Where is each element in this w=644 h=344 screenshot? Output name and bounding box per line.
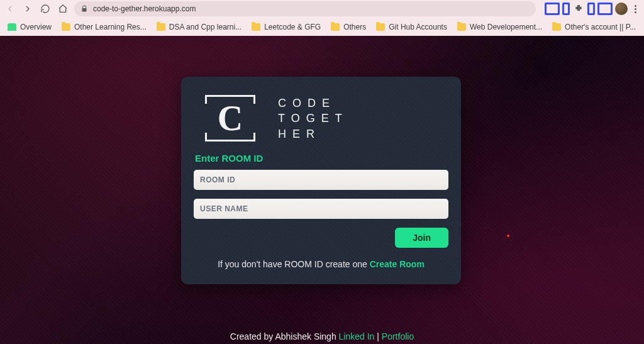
back-button[interactable] <box>4 3 16 15</box>
folder-icon <box>552 23 561 31</box>
logo-row: C CODE TOGET HER <box>194 96 448 141</box>
bookmark-others[interactable]: Others <box>327 21 370 33</box>
toolbar-right <box>545 3 640 15</box>
username-input[interactable] <box>194 199 448 219</box>
bookmarks-bar: Overview Other Learning Res... DSA and C… <box>0 18 644 36</box>
highlight-box-1 <box>545 3 560 15</box>
home-button[interactable] <box>57 3 69 15</box>
join-card: C CODE TOGET HER Enter ROOM ID Join If y… <box>181 77 461 284</box>
create-room-link[interactable]: Create Room <box>370 259 425 269</box>
footer-portfolio-link[interactable]: Portfolio <box>382 331 414 341</box>
folder-icon <box>157 23 165 31</box>
page-footer: Created by Abhishek Singh Linked In | Po… <box>0 331 644 341</box>
lock-icon <box>80 5 88 13</box>
browser-chrome: code-to-gether.herokuapp.com Overview Ot… <box>0 0 644 36</box>
bookmark-label: Git Hub Accounts <box>389 23 447 31</box>
android-icon <box>8 23 16 31</box>
logo-text: CODE TOGET HER <box>278 96 348 141</box>
bookmark-label: Others <box>343 23 366 31</box>
folder-icon <box>62 23 70 31</box>
logo-mark: C <box>205 96 255 140</box>
folder-icon <box>252 23 260 31</box>
room-id-input[interactable] <box>194 170 448 190</box>
join-button[interactable]: Join <box>395 228 448 248</box>
profile-avatar[interactable] <box>615 3 628 15</box>
forward-button[interactable] <box>21 3 34 15</box>
bookmark-label: Leetcode & GFG <box>264 23 321 31</box>
bookmark-label: Other's account || P... <box>565 23 636 31</box>
highlight-box-3 <box>587 3 595 15</box>
footer-linkedin-link[interactable]: Linked In <box>339 331 375 341</box>
bookmark-label: DSA and Cpp learni... <box>169 23 242 31</box>
bookmark-overview[interactable]: Overview <box>4 21 55 33</box>
bookmark-other-learning[interactable]: Other Learning Res... <box>58 21 150 33</box>
folder-icon <box>457 23 466 31</box>
join-row: Join <box>194 228 448 248</box>
page-body: C CODE TOGET HER Enter ROOM ID Join If y… <box>0 36 644 344</box>
bookmark-github-accounts[interactable]: Git Hub Accounts <box>372 21 451 33</box>
cursor-dot <box>507 235 509 237</box>
bookmark-dsa-cpp[interactable]: DSA and Cpp learni... <box>153 21 245 33</box>
footer-prefix: Created by Abhishek Singh <box>230 331 339 341</box>
logo-line-2: TOGET <box>278 111 348 126</box>
extensions-icon[interactable] <box>572 3 585 15</box>
kebab-menu[interactable] <box>630 5 640 13</box>
bookmark-web-dev[interactable]: Web Developement... <box>453 21 546 33</box>
footer-separator: | <box>374 331 381 341</box>
create-room-prefix: If you don't have ROOM ID create one <box>218 259 370 269</box>
logo-line-1: CODE <box>278 96 348 111</box>
bookmark-others-account[interactable]: Other's account || P... <box>548 21 640 33</box>
toolbar: code-to-gether.herokuapp.com <box>0 0 644 18</box>
bookmark-label: Web Developement... <box>470 23 542 31</box>
bookmark-label: Other Learning Res... <box>74 23 147 31</box>
bookmark-leetcode-gfg[interactable]: Leetcode & GFG <box>248 21 325 33</box>
url-text: code-to-gether.herokuapp.com <box>93 4 196 13</box>
folder-icon <box>331 23 340 31</box>
create-room-row: If you don't have ROOM ID create one Cre… <box>194 259 448 269</box>
enter-room-label: Enter ROOM ID <box>195 153 448 164</box>
folder-icon <box>376 23 385 31</box>
logo-line-3: HER <box>278 126 348 141</box>
highlight-box-4 <box>597 3 613 15</box>
highlight-box-2 <box>562 3 570 15</box>
reload-button[interactable] <box>39 3 52 15</box>
address-bar[interactable]: code-to-gether.herokuapp.com <box>74 1 536 16</box>
bookmark-label: Overview <box>20 23 52 31</box>
